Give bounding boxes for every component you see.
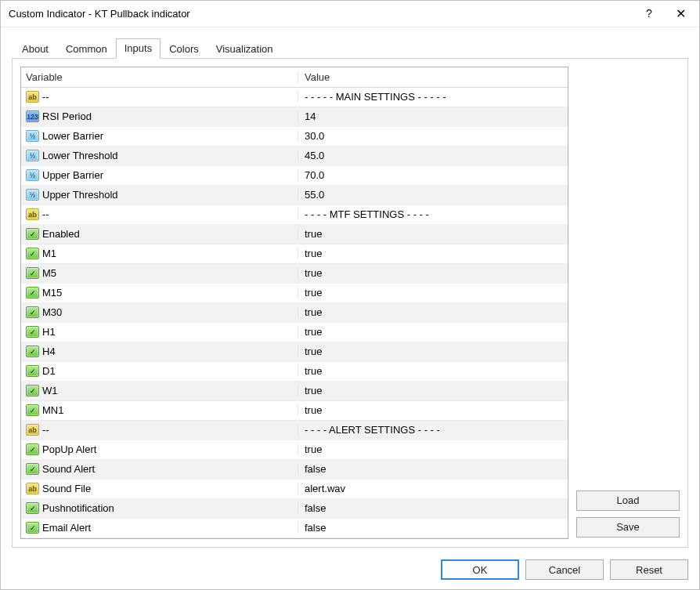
variable-name: -- bbox=[42, 91, 49, 103]
variable-name: Pushnotification bbox=[42, 502, 114, 514]
variable-name: Upper Threshold bbox=[42, 189, 118, 201]
variable-name: M15 bbox=[42, 287, 62, 299]
cell-variable: ab-- bbox=[21, 424, 298, 436]
cell-variable: ✓H4 bbox=[21, 346, 298, 357]
table-row[interactable]: ✓H4true bbox=[21, 342, 568, 362]
dialog-footer: OK Cancel Reset bbox=[1, 556, 699, 589]
cell-value[interactable]: true bbox=[298, 346, 568, 357]
type-bool-icon: ✓ bbox=[26, 404, 39, 416]
type-bool-icon: ✓ bbox=[26, 306, 39, 318]
cell-value[interactable]: true bbox=[298, 326, 568, 338]
cell-value[interactable]: true bbox=[298, 267, 568, 279]
inputs-panel: Variable Value ab--- - - - - MAIN SETTIN… bbox=[12, 58, 688, 548]
type-bool-icon: ✓ bbox=[26, 346, 39, 357]
cell-value[interactable]: true bbox=[298, 365, 568, 377]
variable-name: PopUp Alert bbox=[42, 443, 96, 455]
save-button[interactable]: Save bbox=[576, 517, 680, 538]
variable-name: M30 bbox=[42, 306, 62, 318]
table-row[interactable]: ✓PopUp Alerttrue bbox=[21, 440, 568, 460]
variable-name: Sound File bbox=[42, 483, 91, 494]
variable-name: -- bbox=[42, 424, 49, 436]
type-bool-icon: ✓ bbox=[26, 267, 39, 279]
load-button[interactable]: Load bbox=[576, 490, 680, 511]
cell-value[interactable]: - - - - ALERT SETTINGS - - - - bbox=[298, 424, 568, 436]
cell-variable: ✓MN1 bbox=[21, 404, 298, 416]
table-row[interactable]: abSound Filealert.wav bbox=[21, 480, 568, 499]
cell-value[interactable]: true bbox=[298, 443, 568, 455]
cell-variable: ½Upper Threshold bbox=[21, 189, 298, 201]
cell-value[interactable]: 70.0 bbox=[298, 169, 568, 181]
cell-value[interactable]: 45.0 bbox=[298, 150, 568, 161]
type-text-icon: ab bbox=[26, 424, 39, 436]
variable-name: W1 bbox=[42, 385, 58, 396]
tab-about[interactable]: About bbox=[13, 39, 57, 59]
cell-value[interactable]: - - - - - MAIN SETTINGS - - - - - bbox=[298, 91, 568, 103]
type-bool-icon: ✓ bbox=[26, 228, 39, 240]
variable-name: Lower Barrier bbox=[42, 130, 103, 142]
cell-variable: ✓PopUp Alert bbox=[21, 443, 298, 455]
cell-value[interactable]: true bbox=[298, 385, 568, 396]
tab-common[interactable]: Common bbox=[57, 39, 116, 59]
tab-visualization[interactable]: Visualization bbox=[207, 39, 282, 59]
cell-variable: ✓Enabled bbox=[21, 228, 298, 240]
type-bool-icon: ✓ bbox=[26, 443, 39, 455]
tab-inputs[interactable]: Inputs bbox=[116, 38, 161, 59]
table-row[interactable]: ½Lower Threshold45.0 bbox=[21, 147, 568, 166]
header-value[interactable]: Value bbox=[298, 71, 568, 83]
type-text-icon: ab bbox=[26, 208, 39, 220]
table-row[interactable]: ½Lower Barrier30.0 bbox=[21, 127, 568, 147]
cell-value[interactable]: false bbox=[298, 502, 568, 514]
table-row[interactable]: ✓Enabledtrue bbox=[21, 225, 568, 244]
table-row[interactable]: ✓M5true bbox=[21, 264, 568, 284]
type-bool-icon: ✓ bbox=[26, 287, 39, 299]
cell-value[interactable]: alert.wav bbox=[298, 483, 568, 494]
type-text-icon: ab bbox=[26, 483, 39, 494]
cell-value[interactable]: true bbox=[298, 404, 568, 416]
cell-value[interactable]: 14 bbox=[298, 110, 568, 122]
table-row[interactable]: ✓M15true bbox=[21, 284, 568, 303]
type-bool-icon: ✓ bbox=[26, 248, 39, 259]
table-row[interactable]: ½Upper Threshold55.0 bbox=[21, 186, 568, 205]
ok-button[interactable]: OK bbox=[441, 559, 519, 580]
type-bool-icon: ✓ bbox=[26, 522, 39, 534]
cell-variable: ✓M5 bbox=[21, 267, 298, 279]
table-row[interactable]: ab--- - - - - MAIN SETTINGS - - - - - bbox=[21, 88, 568, 107]
cell-variable: abSound File bbox=[21, 483, 298, 494]
table-row[interactable]: ✓M1true bbox=[21, 244, 568, 264]
variable-name: Upper Barrier bbox=[42, 169, 103, 181]
header-variable[interactable]: Variable bbox=[21, 71, 298, 83]
cell-value[interactable]: - - - - MTF SETTINGS - - - - bbox=[298, 208, 568, 220]
table-row[interactable]: ab--- - - - ALERT SETTINGS - - - - bbox=[21, 421, 568, 440]
tab-colors[interactable]: Colors bbox=[161, 39, 207, 59]
table-row[interactable]: ✓D1true bbox=[21, 362, 568, 382]
help-button[interactable]: ? bbox=[633, 2, 665, 24]
cell-value[interactable]: false bbox=[298, 522, 568, 534]
table-body: ab--- - - - - MAIN SETTINGS - - - - -123… bbox=[21, 88, 568, 538]
table-row[interactable]: ✓Sound Alertfalse bbox=[21, 460, 568, 480]
cell-value[interactable]: true bbox=[298, 228, 568, 240]
table-row[interactable]: ✓Email Alertfalse bbox=[21, 519, 568, 538]
cell-variable: 123RSI Period bbox=[21, 110, 298, 122]
cell-value[interactable]: 30.0 bbox=[298, 130, 568, 142]
cancel-button[interactable]: Cancel bbox=[525, 559, 604, 580]
cell-value[interactable]: false bbox=[298, 463, 568, 475]
table-row[interactable]: ½Upper Barrier70.0 bbox=[21, 166, 568, 186]
titlebar: Custom Indicator - KT Pullback indicator… bbox=[1, 1, 699, 27]
table-row[interactable]: 123RSI Period14 bbox=[21, 107, 568, 127]
cell-value[interactable]: true bbox=[298, 248, 568, 259]
help-icon: ? bbox=[646, 7, 652, 20]
tabstrip: AboutCommonInputsColorsVisualization bbox=[13, 38, 688, 59]
table-row[interactable]: ✓MN1true bbox=[21, 401, 568, 421]
table-row[interactable]: ✓H1true bbox=[21, 323, 568, 342]
table-row[interactable]: ✓W1true bbox=[21, 382, 568, 401]
cell-variable: ✓M1 bbox=[21, 248, 298, 259]
table-row[interactable]: ✓Pushnotificationfalse bbox=[21, 499, 568, 519]
cell-value[interactable]: true bbox=[298, 306, 568, 318]
reset-button[interactable]: Reset bbox=[610, 559, 688, 580]
table-row[interactable]: ab--- - - - MTF SETTINGS - - - - bbox=[21, 205, 568, 225]
cell-value[interactable]: true bbox=[298, 287, 568, 299]
close-button[interactable]: ✕ bbox=[665, 2, 696, 24]
cell-variable: ✓Email Alert bbox=[21, 522, 298, 534]
table-row[interactable]: ✓M30true bbox=[21, 303, 568, 323]
cell-value[interactable]: 55.0 bbox=[298, 189, 568, 201]
